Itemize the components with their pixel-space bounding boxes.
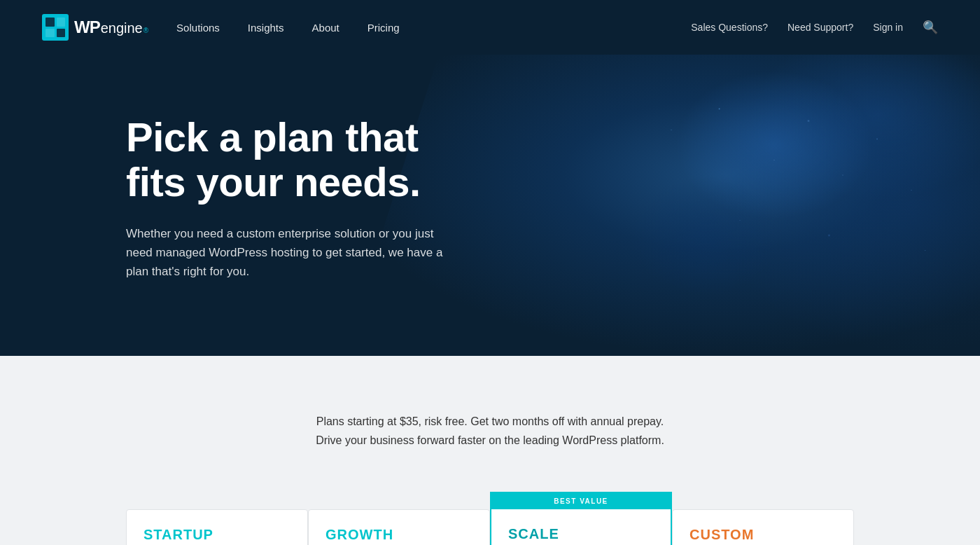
plan-card-scale[interactable]: BEST VALUE SCALE [490, 492, 672, 545]
hero-section: Pick a plan that fits your needs. Whethe… [0, 55, 980, 356]
plan-name-startup: STARTUP [127, 510, 307, 545]
nav-left: WPengine® Solutions Insights About Prici… [42, 14, 400, 41]
nav-link-pricing[interactable]: Pricing [368, 22, 400, 34]
hero-subtitle: Whether you need a custom enterprise sol… [126, 224, 448, 282]
logo-wp: WP [74, 18, 100, 37]
plan-card-startup[interactable]: STARTUP [126, 509, 308, 545]
plan-name-custom: CUSTOM [673, 510, 853, 545]
nav-link-solutions[interactable]: Solutions [176, 22, 220, 34]
logo-registered: ® [144, 27, 148, 34]
logo-cell-tl [46, 18, 55, 27]
plan-name-growth: GROWTH [309, 510, 489, 545]
nav-link-sales[interactable]: Sales Questions? [691, 22, 768, 33]
search-icon[interactable]: 🔍 [923, 20, 938, 35]
plan-card-growth[interactable]: GROWTH [308, 509, 490, 545]
plans-cards: STARTUP GROWTH BEST VALUE SCALE CUSTOM [105, 492, 875, 545]
plan-name-scale: SCALE [491, 509, 671, 545]
hero-title: Pick a plan that fits your needs. [126, 115, 448, 205]
nav-link-support[interactable]: Need Support? [788, 22, 853, 33]
logo-cell-br [57, 29, 66, 38]
logo-wordmark: WPengine® [74, 18, 148, 37]
hero-content: Pick a plan that fits your needs. Whethe… [0, 73, 490, 337]
plans-section: Plans starting at $35, risk free. Get tw… [0, 356, 980, 545]
logo[interactable]: WPengine® [42, 14, 148, 41]
nav-link-about[interactable]: About [312, 22, 340, 34]
navbar: WPengine® Solutions Insights About Prici… [0, 0, 980, 55]
plan-badge-best-value: BEST VALUE [491, 493, 671, 509]
nav-right: Sales Questions? Need Support? Sign in 🔍 [691, 20, 938, 35]
logo-cell-tr [57, 18, 66, 27]
logo-cell-bl [46, 29, 55, 38]
nav-link-signin[interactable]: Sign in [873, 22, 903, 33]
nav-link-insights[interactable]: Insights [248, 22, 284, 34]
plan-card-custom[interactable]: CUSTOM [672, 509, 854, 545]
logo-engine: engine [101, 20, 143, 36]
logo-icon [42, 14, 69, 41]
plans-description: Plans starting at $35, risk free. Get tw… [316, 412, 664, 450]
